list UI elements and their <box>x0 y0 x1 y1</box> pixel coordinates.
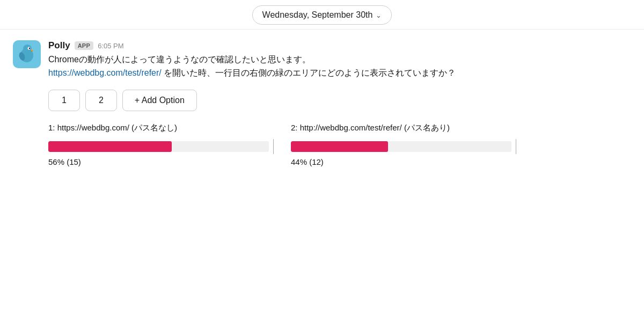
avatar <box>13 40 41 68</box>
timestamp: 6:05 PM <box>98 42 123 50</box>
message-row: Polly APP 6:05 PM Chromeの動作が人によって違うようなので… <box>0 30 644 166</box>
sender-name: Polly <box>48 40 70 51</box>
result-2-bar-track <box>291 141 511 152</box>
result-2-divider <box>516 139 517 154</box>
message-text-before-link: Chromeの動作が人によって違うようなので確認したいと思います。 <box>48 55 311 64</box>
result-1-bar-fill <box>48 141 172 152</box>
poll-option-1-button[interactable]: 1 <box>48 90 80 111</box>
poll-results: 1: https://webdbg.com/ (パス名なし) 56% (15) … <box>48 122 631 167</box>
result-1-label: 1: https://webdbg.com/ (パス名なし) <box>48 122 274 134</box>
poll-option-2-button[interactable]: 2 <box>85 90 117 111</box>
poll-options: 1 2 + Add Option <box>48 90 631 111</box>
result-1-divider <box>273 139 274 154</box>
result-2-percent: 44% (12) <box>291 157 516 166</box>
poll-result-2: 2: http://webdbg.com/test/refer/ (パス名あり)… <box>291 122 516 167</box>
message-body: Polly APP 6:05 PM Chromeの動作が人によって違うようなので… <box>48 40 631 166</box>
app-badge: APP <box>75 41 94 50</box>
poll-result-1: 1: https://webdbg.com/ (パス名なし) 56% (15) <box>48 122 274 167</box>
add-option-button[interactable]: + Add Option <box>122 90 197 111</box>
date-label: Wednesday, September 30th <box>262 10 373 20</box>
message-text: Chromeの動作が人によって違うようなので確認したいと思います。 https:… <box>48 53 631 80</box>
result-2-bar-container <box>291 139 516 154</box>
result-1-percent: 56% (15) <box>48 157 274 166</box>
result-1-bar-track <box>48 141 269 152</box>
message-header: Polly APP 6:05 PM <box>48 40 631 51</box>
result-2-label: 2: http://webdbg.com/test/refer/ (パス名あり) <box>291 122 516 134</box>
svg-point-2 <box>23 45 32 53</box>
svg-marker-6 <box>31 50 34 52</box>
svg-point-4 <box>29 48 31 49</box>
message-link[interactable]: https://webdbg.com/test/refer/ <box>48 68 162 77</box>
date-selector[interactable]: Wednesday, September 30th ⌄ <box>252 5 392 25</box>
chevron-down-icon: ⌄ <box>376 11 382 19</box>
result-2-bar-fill <box>291 141 388 152</box>
message-text-after-link: を開いた時、一行目の右側の緑のエリアにどのように表示されていますか？ <box>162 68 456 77</box>
result-1-bar-container <box>48 139 274 154</box>
date-bar: Wednesday, September 30th ⌄ <box>0 0 644 30</box>
